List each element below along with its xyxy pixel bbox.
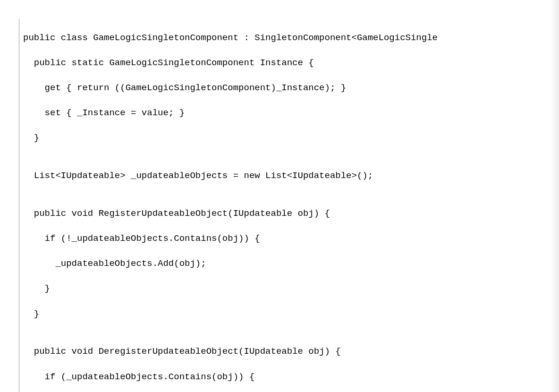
code-line: public static GameLogicSingletonComponen…	[23, 57, 545, 69]
code-line: _updateableObjects.Add(obj);	[23, 257, 545, 270]
code-line: public class GameLogicSingletonComponent…	[23, 32, 545, 44]
code-line: set { _Instance = value; }	[23, 107, 545, 119]
code-line: }	[23, 308, 545, 321]
page-shadow	[551, 0, 559, 392]
code-line: }	[23, 282, 545, 295]
code-line: List<IUpdateable> _updateableObjects = n…	[23, 170, 545, 182]
code-line: if (_updateableObjects.Contains(obj)) {	[23, 371, 545, 383]
code-line: public void DeregisterUpdateableObject(I…	[23, 345, 545, 358]
code-line: public void RegisterUpdateableObject(IUp…	[23, 207, 545, 220]
code-block: public class GameLogicSingletonComponent…	[19, 19, 545, 392]
code-line: }	[23, 132, 545, 145]
code-line: if (!_updateableObjects.Contains(obj)) {	[23, 232, 545, 245]
code-line: get { return ((GameLogicSingletonCompone…	[23, 82, 545, 94]
